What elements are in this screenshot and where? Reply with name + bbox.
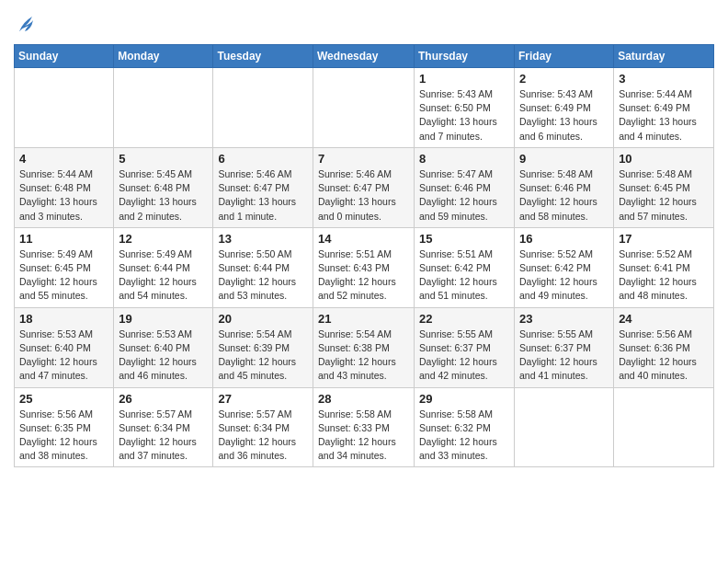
calendar-week-row: 11Sunrise: 5:49 AM Sunset: 6:45 PM Dayli… [15, 227, 714, 307]
calendar-cell: 8Sunrise: 5:47 AM Sunset: 6:46 PM Daylig… [415, 147, 515, 227]
day-info: Sunrise: 5:56 AM Sunset: 6:35 PM Dayligh… [19, 408, 108, 464]
day-number: 24 [619, 312, 709, 326]
day-number: 29 [419, 392, 509, 406]
day-info: Sunrise: 5:55 AM Sunset: 6:37 PM Dayligh… [519, 327, 609, 384]
day-info: Sunrise: 5:49 AM Sunset: 6:45 PM Dayligh… [19, 247, 108, 304]
day-number: 19 [119, 312, 208, 326]
day-number: 28 [318, 392, 409, 406]
calendar-cell: 17Sunrise: 5:52 AM Sunset: 6:41 PM Dayli… [614, 227, 714, 307]
calendar-week-row: 1Sunrise: 5:43 AM Sunset: 6:50 PM Daylig… [15, 68, 714, 148]
day-number: 20 [218, 312, 308, 326]
day-info: Sunrise: 5:52 AM Sunset: 6:42 PM Dayligh… [519, 247, 609, 304]
calendar-cell [313, 68, 415, 148]
day-of-week-header: Wednesday [313, 45, 415, 68]
day-number: 25 [19, 392, 108, 406]
day-number: 12 [119, 232, 208, 246]
day-number: 3 [619, 72, 709, 86]
calendar-cell: 12Sunrise: 5:49 AM Sunset: 6:44 PM Dayli… [114, 227, 213, 307]
day-number: 10 [619, 152, 709, 166]
day-of-week-header: Thursday [415, 45, 515, 68]
day-number: 18 [19, 312, 108, 326]
day-number: 16 [519, 232, 609, 246]
day-number: 26 [119, 392, 208, 406]
day-number: 22 [419, 312, 509, 326]
day-info: Sunrise: 5:53 AM Sunset: 6:40 PM Dayligh… [119, 327, 208, 384]
day-info: Sunrise: 5:48 AM Sunset: 6:46 PM Dayligh… [519, 167, 609, 224]
calendar-week-row: 4Sunrise: 5:44 AM Sunset: 6:48 PM Daylig… [15, 147, 714, 227]
calendar-cell: 7Sunrise: 5:46 AM Sunset: 6:47 PM Daylig… [313, 147, 415, 227]
calendar-cell [614, 387, 714, 467]
day-of-week-header: Saturday [614, 45, 714, 68]
day-number: 23 [519, 312, 609, 326]
calendar-cell: 6Sunrise: 5:46 AM Sunset: 6:47 PM Daylig… [213, 147, 313, 227]
day-of-week-header: Sunday [15, 45, 114, 68]
day-info: Sunrise: 5:44 AM Sunset: 6:48 PM Dayligh… [19, 167, 108, 224]
day-info: Sunrise: 5:46 AM Sunset: 6:47 PM Dayligh… [318, 167, 409, 224]
calendar-cell: 18Sunrise: 5:53 AM Sunset: 6:40 PM Dayli… [15, 307, 114, 387]
day-number: 9 [519, 152, 609, 166]
calendar-cell [515, 387, 614, 467]
day-number: 21 [318, 312, 409, 326]
day-of-week-header: Monday [114, 45, 213, 68]
day-info: Sunrise: 5:51 AM Sunset: 6:43 PM Dayligh… [318, 247, 409, 304]
calendar-cell: 11Sunrise: 5:49 AM Sunset: 6:45 PM Dayli… [15, 227, 114, 307]
calendar-header-row: SundayMondayTuesdayWednesdayThursdayFrid… [15, 45, 714, 68]
calendar-cell: 25Sunrise: 5:56 AM Sunset: 6:35 PM Dayli… [15, 387, 114, 467]
day-info: Sunrise: 5:56 AM Sunset: 6:36 PM Dayligh… [619, 327, 709, 384]
day-info: Sunrise: 5:45 AM Sunset: 6:48 PM Dayligh… [119, 167, 208, 224]
calendar-cell: 16Sunrise: 5:52 AM Sunset: 6:42 PM Dayli… [515, 227, 614, 307]
calendar-cell: 27Sunrise: 5:57 AM Sunset: 6:34 PM Dayli… [213, 387, 313, 467]
day-info: Sunrise: 5:58 AM Sunset: 6:32 PM Dayligh… [419, 408, 509, 464]
calendar-cell [213, 68, 313, 148]
calendar-cell: 5Sunrise: 5:45 AM Sunset: 6:48 PM Daylig… [114, 147, 213, 227]
day-info: Sunrise: 5:57 AM Sunset: 6:34 PM Dayligh… [119, 408, 208, 464]
day-info: Sunrise: 5:48 AM Sunset: 6:45 PM Dayligh… [619, 167, 709, 224]
calendar-cell: 19Sunrise: 5:53 AM Sunset: 6:40 PM Dayli… [114, 307, 213, 387]
day-info: Sunrise: 5:54 AM Sunset: 6:38 PM Dayligh… [318, 327, 409, 384]
calendar-cell [15, 68, 114, 148]
calendar-cell: 9Sunrise: 5:48 AM Sunset: 6:46 PM Daylig… [515, 147, 614, 227]
calendar-cell: 10Sunrise: 5:48 AM Sunset: 6:45 PM Dayli… [614, 147, 714, 227]
calendar-cell: 29Sunrise: 5:58 AM Sunset: 6:32 PM Dayli… [415, 387, 515, 467]
calendar-cell: 1Sunrise: 5:43 AM Sunset: 6:50 PM Daylig… [415, 68, 515, 148]
day-info: Sunrise: 5:49 AM Sunset: 6:44 PM Dayligh… [119, 247, 208, 304]
day-number: 5 [119, 152, 208, 166]
day-number: 15 [419, 232, 509, 246]
day-info: Sunrise: 5:44 AM Sunset: 6:49 PM Dayligh… [619, 87, 709, 144]
calendar-cell: 3Sunrise: 5:44 AM Sunset: 6:49 PM Daylig… [614, 68, 714, 148]
calendar-cell: 21Sunrise: 5:54 AM Sunset: 6:38 PM Dayli… [313, 307, 415, 387]
day-info: Sunrise: 5:43 AM Sunset: 6:50 PM Dayligh… [419, 87, 509, 144]
day-info: Sunrise: 5:46 AM Sunset: 6:47 PM Dayligh… [218, 167, 308, 224]
calendar-cell: 20Sunrise: 5:54 AM Sunset: 6:39 PM Dayli… [213, 307, 313, 387]
day-number: 11 [19, 232, 108, 246]
calendar-table: SundayMondayTuesdayWednesdayThursdayFrid… [14, 44, 714, 467]
calendar-cell: 14Sunrise: 5:51 AM Sunset: 6:43 PM Dayli… [313, 227, 415, 307]
day-info: Sunrise: 5:54 AM Sunset: 6:39 PM Dayligh… [218, 327, 308, 384]
logo [14, 15, 34, 39]
logo-bird-icon [16, 15, 34, 35]
day-number: 1 [419, 72, 509, 86]
calendar-cell: 13Sunrise: 5:50 AM Sunset: 6:44 PM Dayli… [213, 227, 313, 307]
day-info: Sunrise: 5:53 AM Sunset: 6:40 PM Dayligh… [19, 327, 108, 384]
day-info: Sunrise: 5:43 AM Sunset: 6:49 PM Dayligh… [519, 87, 609, 144]
calendar-cell: 24Sunrise: 5:56 AM Sunset: 6:36 PM Dayli… [614, 307, 714, 387]
header [14, 9, 714, 39]
calendar-cell: 22Sunrise: 5:55 AM Sunset: 6:37 PM Dayli… [415, 307, 515, 387]
day-number: 2 [519, 72, 609, 86]
day-number: 14 [318, 232, 409, 246]
day-info: Sunrise: 5:47 AM Sunset: 6:46 PM Dayligh… [419, 167, 509, 224]
calendar-cell: 2Sunrise: 5:43 AM Sunset: 6:49 PM Daylig… [515, 68, 614, 148]
day-info: Sunrise: 5:55 AM Sunset: 6:37 PM Dayligh… [419, 327, 509, 384]
day-number: 13 [218, 232, 308, 246]
calendar-cell: 4Sunrise: 5:44 AM Sunset: 6:48 PM Daylig… [15, 147, 114, 227]
day-of-week-header: Friday [515, 45, 614, 68]
day-number: 6 [218, 152, 308, 166]
day-info: Sunrise: 5:51 AM Sunset: 6:42 PM Dayligh… [419, 247, 509, 304]
calendar-cell: 28Sunrise: 5:58 AM Sunset: 6:33 PM Dayli… [313, 387, 415, 467]
day-number: 27 [218, 392, 308, 406]
day-of-week-header: Tuesday [213, 45, 313, 68]
calendar-cell: 26Sunrise: 5:57 AM Sunset: 6:34 PM Dayli… [114, 387, 213, 467]
calendar-cell: 15Sunrise: 5:51 AM Sunset: 6:42 PM Dayli… [415, 227, 515, 307]
calendar-week-row: 18Sunrise: 5:53 AM Sunset: 6:40 PM Dayli… [15, 307, 714, 387]
calendar-cell [114, 68, 213, 148]
